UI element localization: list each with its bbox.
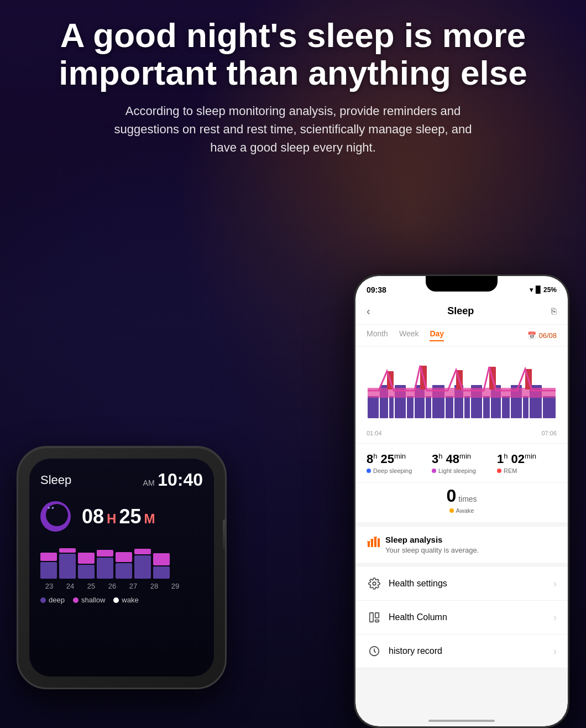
deep-sleep-dot [367,469,371,473]
watch-screen: Sleep AM 10:40 ✦✦ 08 H [29,459,214,677]
svg-rect-11 [464,396,470,418]
status-time: 09:38 [367,285,386,294]
awake-dot [449,508,454,513]
history-label: history record [389,646,547,656]
svg-rect-15 [502,396,510,418]
tab-month[interactable]: Month [367,329,388,341]
smartphone-container: 09:38 ▾ ▉ 25% ‹ Sleep ⎘ [354,274,575,728]
sleep-chart-svg [367,355,557,427]
date-tab[interactable]: 📅 06/08 [527,329,557,341]
header-section: A good night's sleep is more important t… [0,0,586,157]
smartphone: 09:38 ▾ ▉ 25% ‹ Sleep ⎘ [354,274,569,728]
svg-rect-26 [368,542,370,547]
health-column-icon [367,610,382,625]
light-sleep-label: Light sleeping [438,467,476,474]
start-time: 01:04 [367,430,382,436]
legend-wake: wake [113,596,138,604]
history-chevron: › [553,646,557,657]
svg-rect-34 [370,613,373,622]
stat-light: 3h 48min Light sleeping [432,452,491,474]
stat-light-label-row: Light sleeping [432,467,491,474]
phone-nav-bar: ‹ Sleep ⎘ [355,300,568,325]
stat-rem-value: 1h 02min [497,452,557,466]
settings-list: Health settings › [355,567,568,668]
settings-gear-icon [367,576,382,591]
tab-week[interactable]: Week [399,329,419,341]
period-tabs: Month Week Day 📅 06/08 [355,325,568,346]
current-date: 06/08 [538,331,557,340]
page-title: Sleep [447,305,474,317]
svg-rect-19 [543,396,556,418]
home-indicator [428,720,495,722]
awake-number: 0 [446,486,456,506]
page-content: A good night's sleep is more important t… [0,0,586,728]
chart-labels: 23 24 25 26 27 28 29 [40,582,203,590]
analysis-section: Sleep analysis Your sleep quality is ave… [355,527,568,563]
subtitle: According to sleep monitoring analysis, … [100,102,486,157]
back-button[interactable]: ‹ [367,305,370,318]
watch-time: AM 10:40 [143,470,203,490]
health-settings-chevron: › [553,578,557,590]
history-icon [367,643,382,659]
legend-deep: deep [40,596,65,604]
shallow-label: shallow [81,596,105,604]
health-column-label: Health Column [389,612,547,622]
rem-dot [497,469,501,473]
awake-section: 0 times Awake [355,482,568,522]
analysis-text: Sleep analysis Your sleep quality is ave… [385,535,557,554]
stat-deep-value: 8h 25min [367,452,426,466]
settings-item-health[interactable]: Health settings › [355,567,568,601]
svg-rect-36 [375,620,379,622]
smartwatch: Sleep AM 10:40 ✦✦ 08 H [17,446,227,689]
end-time: 07:06 [541,430,557,436]
share-button[interactable]: ⎘ [551,306,557,316]
stat-rem-label-row: REM [497,467,557,474]
awake-label-row: Awake [449,507,474,514]
sleep-chart-area: 01:04 07:06 [355,346,568,443]
tab-day[interactable]: Day [430,329,444,341]
sleep-stats: 8h 25min Deep sleeping 3h [355,443,568,482]
svg-rect-17 [523,396,529,418]
deep-dot [40,597,46,603]
status-right: ▾ ▉ 25% [530,286,557,294]
svg-rect-35 [375,613,379,618]
watch-duration: 08 H 25 M [82,505,155,528]
svg-rect-9 [446,396,453,418]
settings-item-history[interactable]: history record › [355,635,568,668]
devices-section: Sleep AM 10:40 ✦✦ 08 H [0,274,586,728]
moon-stars-icon: ✦✦ [47,506,55,511]
stat-deep: 8h 25min Deep sleeping [367,452,426,474]
smartwatch-container: Sleep AM 10:40 ✦✦ 08 H [17,446,249,711]
stat-rem: 1h 02min REM [497,452,557,474]
awake-value: 0 times [446,486,477,506]
watch-legend: deep shallow wake [40,596,203,604]
svg-rect-3 [389,396,394,418]
health-settings-label: Health settings [389,579,547,589]
watch-header: Sleep AM 10:40 [40,470,203,490]
deep-label: deep [49,596,65,604]
settings-item-column[interactable]: Health Column › [355,601,568,635]
deep-sleep-label: Deep sleeping [373,467,412,474]
health-column-chevron: › [553,612,557,623]
moon-icon: ✦✦ [40,501,71,532]
stat-light-value: 3h 48min [432,452,491,466]
svg-rect-13 [483,396,490,418]
svg-point-33 [373,583,376,586]
shallow-dot [73,597,79,603]
svg-rect-5 [407,396,414,418]
awake-unit: times [458,495,477,503]
svg-rect-7 [426,396,431,418]
watch-crown [223,519,227,550]
watch-sleep-label: Sleep [40,473,71,487]
analysis-chart-icon [367,535,380,548]
svg-rect-29 [378,538,380,547]
svg-rect-28 [374,537,376,547]
wifi-icon: ▾ [530,286,533,294]
awake-label: Awake [456,507,474,514]
watch-moon-area: ✦✦ 08 H 25 M [40,501,203,532]
analysis-title: Sleep analysis [385,535,557,544]
wake-dot [113,597,119,603]
phone-notch [426,276,498,292]
wake-label: wake [122,596,138,604]
main-title: A good night's sleep is more important t… [11,17,575,92]
